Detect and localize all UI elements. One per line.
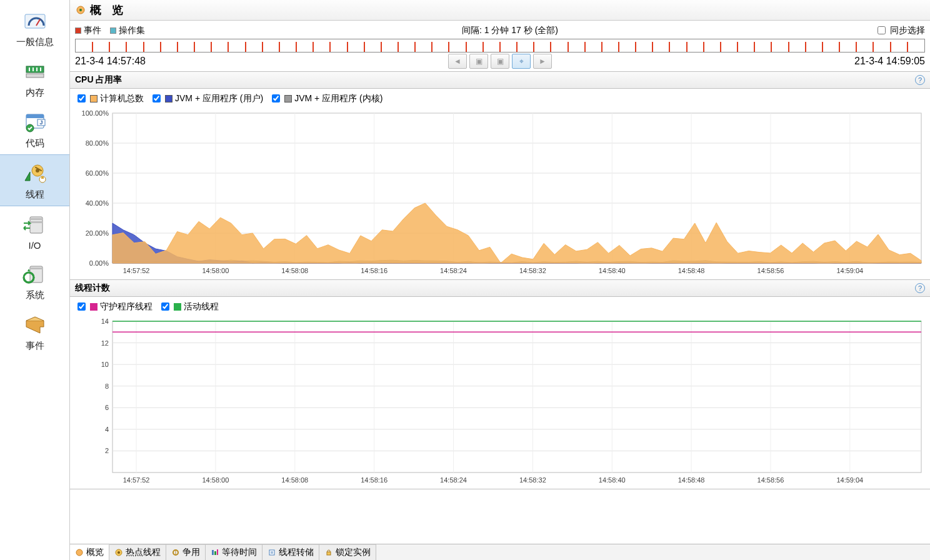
wait-time-icon: [211, 548, 219, 557]
timeline-tick: [550, 42, 567, 52]
svg-text:2: 2: [105, 447, 109, 454]
sidebar-item-label: 一般信息: [16, 36, 54, 48]
nav-zoom-user-button[interactable]: ▣: [469, 54, 488, 69]
tab-label: 概览: [86, 547, 104, 558]
nav-zoom-add-button[interactable]: ⌖: [512, 54, 531, 69]
legend-checkbox[interactable]: [152, 94, 161, 102]
events-chip: [75, 28, 81, 34]
help-icon[interactable]: ?: [915, 283, 925, 293]
timeline-tick: [584, 42, 601, 52]
tab-2[interactable]: 争用: [166, 544, 206, 560]
svg-text:14:58:00: 14:58:00: [202, 267, 229, 274]
thread-chart: 246810121414:57:5214:58:0014:58:0814:58:…: [75, 316, 925, 486]
nav-prev-button[interactable]: ◄: [448, 54, 467, 69]
legend-ops-label: 操作集: [119, 25, 145, 35]
sidebar-item-label: I/O: [28, 240, 41, 251]
sidebar-item-2[interactable]: J代码: [0, 104, 69, 154]
svg-text:4: 4: [105, 426, 109, 433]
timeline-tick: [126, 42, 142, 52]
timeline-tick: [788, 42, 805, 52]
sidebar-item-label: 内存: [26, 87, 44, 99]
timeline-tick: [414, 42, 431, 52]
tab-5[interactable]: 锁定实例: [319, 544, 376, 560]
sync-select[interactable]: 同步选择: [875, 24, 925, 36]
timeline-tick: [890, 42, 907, 52]
main: 概 览 事件 操作集 间隔: 1 分钟 17 秒 (全部) 同步选择 21-3-…: [70, 0, 930, 560]
timeline-tick: [482, 42, 499, 52]
tab-4[interactable]: 线程转储: [262, 544, 319, 560]
svg-rect-7: [40, 68, 41, 71]
timeline-tick: [720, 42, 737, 52]
nav-next-button[interactable]: ►: [533, 54, 552, 69]
cpu-chart: 0.00%20.00%40.00%60.00%80.00%100.00%14:5…: [75, 108, 925, 277]
timeline-ticks[interactable]: [75, 39, 925, 52]
cpu-panel: CPU 占用率 ? 计算机总数 JVM + 应用程序 (用户) JVM + 应用…: [70, 72, 930, 280]
cpu-legend: 计算机总数 JVM + 应用程序 (用户) JVM + 应用程序 (内核): [70, 89, 930, 104]
tab-3[interactable]: 等待时间: [206, 544, 262, 560]
svg-rect-107: [327, 552, 331, 555]
sidebar-item-5[interactable]: 系统: [0, 256, 69, 306]
zoom-add-icon: ⌖: [519, 57, 524, 66]
svg-rect-3: [26, 74, 44, 78]
svg-rect-6: [36, 68, 38, 71]
timeline-tick: [568, 42, 584, 52]
svg-rect-103: [217, 549, 218, 555]
timeline-end: 21-3-4 14:59:05: [854, 56, 925, 67]
timeline-tick: [347, 42, 364, 52]
sidebar-item-4[interactable]: I/O: [0, 206, 69, 256]
svg-text:14:58:40: 14:58:40: [599, 476, 626, 484]
sidebar-item-0[interactable]: 一般信息: [0, 2, 69, 53]
legend-label: 计算机总数: [100, 93, 144, 104]
svg-text:14:58:24: 14:58:24: [440, 476, 467, 484]
app-root: 一般信息内存J代码线程I/O系统事件 概 览 事件 操作集 间隔: 1 分钟 1…: [0, 0, 930, 560]
sidebar-item-1[interactable]: 内存: [0, 53, 69, 104]
svg-rect-20: [30, 218, 42, 220]
nav-zoom-users-button[interactable]: ▣: [491, 54, 509, 69]
sidebar-item-6[interactable]: 事件: [0, 306, 69, 357]
sidebar: 一般信息内存J代码线程I/O系统事件: [0, 0, 70, 560]
timeline-tick: [364, 42, 381, 52]
svg-marker-16: [25, 172, 30, 181]
cpu-panel-title: CPU 占用率: [75, 74, 122, 86]
svg-text:14:59:04: 14:59:04: [836, 476, 863, 484]
legend-checkbox[interactable]: [161, 302, 169, 311]
legend-item[interactable]: 计算机总数: [75, 92, 144, 104]
legend-item[interactable]: JVM + 应用程序 (内核): [269, 92, 382, 104]
interval-label: 间隔: 1 分钟 17 秒 (全部): [145, 25, 875, 36]
legend-item[interactable]: 守护程序线程: [75, 301, 152, 312]
sidebar-item-3[interactable]: 线程: [0, 154, 69, 206]
legend-item[interactable]: 活动线程: [159, 301, 219, 312]
timeline-tick: [686, 42, 703, 52]
svg-text:14:59:04: 14:59:04: [836, 267, 863, 274]
tab-1[interactable]: 热点线程: [109, 544, 166, 560]
svg-text:14:58:00: 14:58:00: [202, 476, 229, 484]
svg-text:12: 12: [101, 339, 109, 347]
legend-ops: 操作集: [110, 25, 145, 36]
svg-text:14:58:16: 14:58:16: [361, 476, 388, 484]
tab-label: 等待时间: [222, 547, 257, 558]
svg-text:14:58:24: 14:58:24: [440, 267, 467, 274]
legend-checkbox[interactable]: [78, 94, 86, 102]
zoom-user-icon: ▣: [476, 57, 482, 66]
timeline-tick: [754, 42, 771, 52]
svg-text:14:58:48: 14:58:48: [678, 267, 705, 274]
legend-swatch: [90, 303, 98, 311]
legend-checkbox[interactable]: [78, 302, 86, 311]
tab-0[interactable]: 概览: [70, 544, 109, 560]
svg-rect-102: [214, 551, 216, 555]
legend-item[interactable]: JVM + 应用程序 (用户): [150, 92, 263, 104]
thread-panel-head: 线程计数 ?: [70, 280, 930, 297]
svg-text:14:58:08: 14:58:08: [281, 476, 308, 484]
legend-checkbox[interactable]: [272, 94, 280, 102]
timeline-tick: [431, 42, 448, 52]
svg-text:14:58:40: 14:58:40: [599, 267, 626, 274]
sync-checkbox[interactable]: [878, 26, 886, 34]
page-title-bar: 概 览: [70, 0, 930, 21]
timeline-tick: [109, 42, 126, 52]
sidebar-item-label: 代码: [26, 138, 44, 149]
help-icon[interactable]: ?: [915, 75, 925, 85]
timeline-tick: [516, 42, 533, 52]
legend-swatch: [165, 95, 172, 102]
timeline-tick: [856, 42, 872, 52]
legend-swatch: [284, 95, 292, 102]
